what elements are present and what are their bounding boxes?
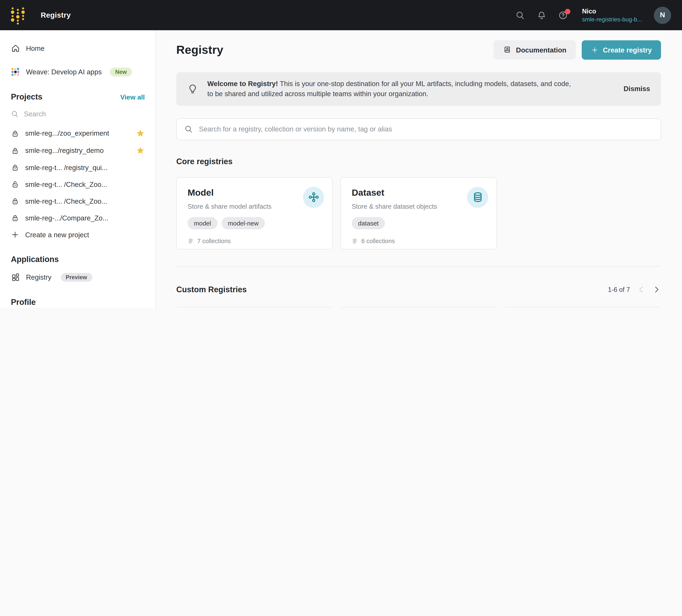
sidebar-project-item[interactable]: smle-reg.../registry_demo <box>0 142 156 159</box>
database-icon <box>472 192 483 203</box>
user-menu[interactable]: Nico smle-registries-bug-b... <box>582 7 642 23</box>
create-registry-label: Create registry <box>603 46 652 54</box>
view-all-link[interactable]: View all <box>120 94 145 101</box>
sidebar-item-registry-app[interactable]: Registry Preview <box>0 268 156 286</box>
search-icon <box>184 125 193 134</box>
custom-registry-card[interactable]: Large Language Model All types 0 collect… <box>176 307 333 308</box>
project-label: smle-reg-.../Compare_Zo... <box>25 214 145 222</box>
next-page-icon[interactable] <box>652 285 661 294</box>
profile-section-header: Profile <box>0 286 156 308</box>
project-label: smle-reg.../zoo_experiment <box>25 129 130 137</box>
lock-open-icon <box>11 180 19 189</box>
page-title: Registry <box>176 43 223 57</box>
model-icon-circle <box>303 187 324 208</box>
create-registry-button[interactable]: Create registry <box>582 40 661 60</box>
weave-label: Weave: Develop AI apps <box>26 68 102 76</box>
applications-section-header: Applications <box>0 243 156 268</box>
project-label: smle-reg-t... /Check_Zoo... <box>25 180 145 188</box>
create-project-label: Create a new project <box>25 231 89 239</box>
welcome-banner: Welcome to Registry! This is your one-st… <box>176 72 661 106</box>
documentation-button[interactable]: Documentation <box>494 40 576 60</box>
core-card-model[interactable]: Model Store & share model artifacts mode… <box>176 177 333 249</box>
avatar[interactable]: N <box>654 6 671 24</box>
user-name[interactable]: Nico <box>582 7 642 16</box>
search-icon[interactable] <box>515 10 525 20</box>
sidebar-project-item[interactable]: smle-reg.../zoo_experiment <box>0 125 156 142</box>
registry-page: Registry Nico smle-registries-bug-b... N… <box>0 0 682 308</box>
home-label: Home <box>26 44 45 52</box>
help-button[interactable] <box>558 10 568 20</box>
sidebar-search-input[interactable] <box>24 110 129 118</box>
registry-searchbar[interactable] <box>176 118 661 140</box>
create-project-button[interactable]: Create a new project <box>0 226 156 243</box>
core-registries-header: Core registries <box>176 157 661 166</box>
sidebar: Home Weave: Develop AI apps New Projects… <box>0 30 156 308</box>
star-icon[interactable] <box>136 129 145 138</box>
wandb-logo-icon[interactable] <box>10 5 26 25</box>
custom-registries-header: Custom Registries <box>176 285 247 294</box>
notification-dot <box>565 8 570 14</box>
org-name[interactable]: smle-registries-bug-b... <box>582 16 642 23</box>
prev-page-icon[interactable] <box>637 285 645 294</box>
sidebar-project-item[interactable]: smle-reg-t... /Check_Zoo... <box>0 176 156 193</box>
custom-registry-card[interactable]: Golden Datasets Store and share referenc… <box>340 307 497 308</box>
tag-pill: model-new <box>222 217 265 229</box>
model-icon <box>308 192 319 203</box>
registry-grid-icon <box>11 272 20 282</box>
main-content: Registry Documentation Create registry W… <box>156 30 682 308</box>
collections-list-icon <box>352 238 358 244</box>
lock-icon <box>11 129 19 137</box>
registry-search-input[interactable] <box>199 125 653 133</box>
lock-icon <box>11 163 19 172</box>
custom-registry-card[interactable]: Code deployment-script evaluation-script… <box>504 307 661 308</box>
tag-pill: model <box>188 217 218 229</box>
project-label: smle-reg-t... /Check_Zoo... <box>25 197 145 205</box>
core-card-dataset[interactable]: Dataset Store & share dataset objects da… <box>340 177 497 249</box>
dismiss-button[interactable]: Dismiss <box>623 85 650 93</box>
applications-header: Applications <box>11 255 59 264</box>
welcome-text: Welcome to Registry! This is your one-st… <box>207 79 577 99</box>
plus-icon <box>591 46 598 54</box>
welcome-text-bold: Welcome to Registry! <box>207 80 278 87</box>
projects-section-header: Projects View all <box>0 81 156 106</box>
sidebar-search[interactable] <box>11 107 145 122</box>
documentation-label: Documentation <box>516 46 566 54</box>
card-subtitle: Store & share dataset objects <box>352 203 485 211</box>
custom-registries-pager: 1-6 of 7 <box>608 285 661 294</box>
home-icon <box>11 44 20 53</box>
new-badge: New <box>110 67 132 76</box>
plus-icon <box>11 230 19 239</box>
collections-count: 6 collections <box>361 238 395 244</box>
project-label: smle-reg-t... /registry_qui... <box>25 163 145 172</box>
star-icon[interactable] <box>136 146 145 155</box>
lightbulb-icon <box>187 84 198 94</box>
project-label: smle-reg.../registry_demo <box>25 147 130 155</box>
sidebar-item-weave[interactable]: Weave: Develop AI apps New <box>0 63 156 81</box>
book-icon <box>503 46 512 54</box>
tag-pill: dataset <box>352 217 385 229</box>
search-icon <box>11 110 19 118</box>
navbar-app-title: Registry <box>41 11 71 20</box>
profile-header: Profile <box>11 298 36 307</box>
card-subtitle: Store & share model artifacts <box>188 203 321 211</box>
card-title: Dataset <box>352 188 485 198</box>
weave-icon <box>11 67 20 76</box>
section-divider <box>176 266 661 267</box>
lock-icon <box>11 214 19 222</box>
preview-badge: Preview <box>61 273 92 282</box>
sidebar-project-item[interactable]: smle-reg-t... /registry_qui... <box>0 159 156 176</box>
lock-icon <box>11 146 19 155</box>
bell-icon[interactable] <box>537 10 546 20</box>
collections-count: 7 collections <box>197 238 231 244</box>
projects-header: Projects <box>11 92 42 102</box>
card-title: Model <box>188 188 321 198</box>
top-navbar: Registry Nico smle-registries-bug-b... N <box>0 0 682 30</box>
collections-list-icon <box>188 238 194 244</box>
dataset-icon-circle <box>467 187 488 208</box>
registry-app-label: Registry <box>26 273 51 281</box>
sidebar-item-home[interactable]: Home <box>0 40 156 57</box>
sidebar-project-item[interactable]: smle-reg-t... /Check_Zoo... <box>0 193 156 210</box>
sidebar-project-item[interactable]: smle-reg-.../Compare_Zo... <box>0 210 156 226</box>
pagination-label: 1-6 of 7 <box>608 286 630 293</box>
lock-icon <box>11 197 19 205</box>
